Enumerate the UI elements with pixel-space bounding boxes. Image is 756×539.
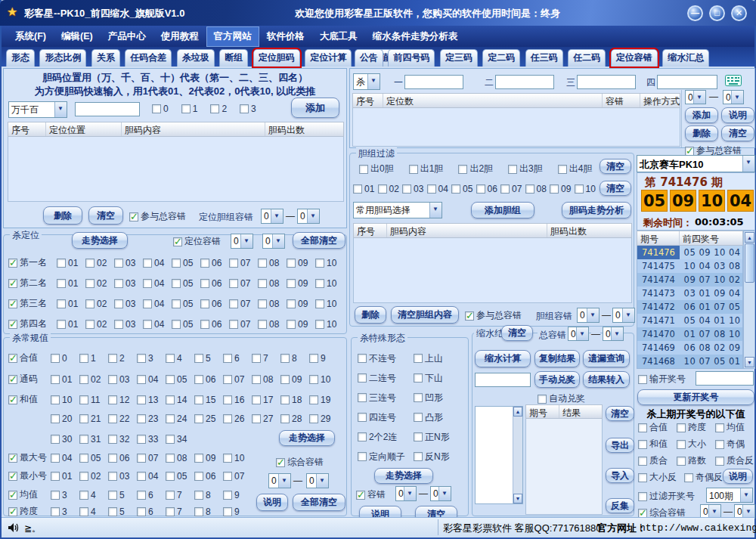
special-shape-checkbox[interactable]: 凹形 [414,392,443,404]
num-checkbox[interactable]: 7 [252,353,280,364]
out-dan-checkbox[interactable]: 出1胆 [409,163,444,175]
special-shape-checkbox[interactable]: 正N形 [414,431,450,444]
num-checkbox[interactable]: 09 [287,299,315,309]
num-checkbox[interactable]: 10 [315,299,344,309]
combined-tol-to-select[interactable]: 0 [306,473,329,488]
num-checkbox[interactable]: 01 [51,471,79,482]
pos4-input[interactable] [657,75,717,89]
hezhi-checkbox[interactable]: 合值 [8,352,51,364]
num-checkbox[interactable]: 08 [252,374,280,385]
num-checkbox[interactable]: 04 [137,374,166,385]
num-checkbox[interactable]: 05 [172,258,200,268]
tab-duanzu[interactable]: 断组 [219,49,248,67]
tab-dingsanma[interactable]: 定三码 [440,49,478,67]
num-checkbox[interactable]: 26 [223,414,252,424]
kill-prev-checkbox[interactable]: 跨度 [677,421,706,434]
num-checkbox[interactable]: 4 [166,353,194,364]
num-checkbox[interactable]: 18 [280,395,309,405]
num-checkbox[interactable]: 07 [137,453,166,463]
num-checkbox[interactable]: 7 [166,490,194,500]
shrink-count-input[interactable] [475,373,531,387]
num-checkbox[interactable]: 02 [79,471,108,482]
combined-tolerance-checkbox[interactable]: 综合容错 [276,456,324,469]
tab-renma-hecha[interactable]: 任码合差 [125,49,172,67]
menu-system[interactable]: 系统(F) [8,26,54,47]
num-checkbox[interactable]: 03 [114,319,143,330]
num-checkbox[interactable]: 0 [51,353,79,364]
position-select[interactable]: 万千百 [8,101,67,118]
kill-prev-checkbox[interactable]: 奇偶反 [684,471,723,484]
num-checkbox[interactable]: 03 [108,471,137,482]
num-checkbox[interactable]: 09 [287,319,315,330]
num-checkbox[interactable]: 10 [315,319,344,330]
speaker-icon[interactable] [8,522,20,536]
num-checkbox[interactable]: 20 [51,414,79,424]
quick-digit-checkbox[interactable]: 2 [210,104,227,114]
special-shape-checkbox[interactable]: 2个2连 [358,431,414,444]
num-checkbox[interactable]: 02 [85,299,114,309]
add-dan-group-button[interactable]: 添加胆组 [471,202,534,218]
num-checkbox[interactable]: 29 [309,414,338,424]
kill-special-trend-button[interactable]: 走势选择 [374,468,433,484]
menu-tutorial[interactable]: 使用教程 [153,26,206,47]
special-tol-to-select[interactable]: 0 [430,486,451,501]
num-checkbox[interactable]: 05 [172,278,200,289]
history-row[interactable]: 741476 05 09 10 04 [637,246,742,259]
result-clear-button[interactable]: 清空 [606,406,634,421]
num-checkbox[interactable]: 02 [79,374,108,385]
pos1-input[interactable] [404,75,463,89]
scroll-down-icon[interactable]: ▼ [513,494,522,503]
rank2-checkbox[interactable]: 第二名 [8,277,57,290]
num-checkbox[interactable]: 04 [137,471,166,482]
mean-checkbox[interactable]: 均值 [8,488,51,501]
filter-period-select[interactable]: 100期 [706,488,753,503]
num-checkbox[interactable]: 04 [143,278,172,289]
tab-xingtai-ratio[interactable]: 形态比例 [39,49,86,67]
auto-check-checkbox[interactable]: 自动兑奖 [538,392,585,405]
filter-clear1-button[interactable]: 清空 [600,159,631,174]
special-shape-checkbox[interactable]: 二连号 [358,372,414,385]
dan-trend-button[interactable]: 胆码走势分析 [562,202,631,218]
total-tol-to-select[interactable]: 0 [603,327,624,341]
tab-dingwei-rongcuo[interactable]: 定位容错 [611,49,658,67]
num-checkbox[interactable]: 07 [229,299,258,309]
num-checkbox[interactable]: 08 [258,258,287,268]
num-checkbox[interactable]: 2 [108,353,137,364]
num-checkbox[interactable]: 08 [525,184,550,194]
kill-prev-checkbox[interactable]: 合值 [638,421,668,434]
num-checkbox[interactable]: 03 [108,374,137,385]
quick-digit-checkbox[interactable]: 3 [240,104,256,114]
result-list-scrollbar[interactable]: ▲ ▼ [513,407,522,503]
history-row[interactable]: 741471 05 04 01 10 [637,314,742,327]
num-checkbox[interactable]: 07 [229,258,258,268]
close-button[interactable]: ✕ [731,5,747,21]
num-checkbox[interactable]: 05 [172,319,200,330]
kill-reg-trend-button[interactable]: 走势选择 [279,430,335,446]
max-num-checkbox[interactable]: 最大号 [8,451,51,464]
shrink-result-list[interactable]: ▲ ▼ [475,406,523,504]
tab-dingwei-jisuan[interactable]: 定位计算 [305,49,352,67]
num-checkbox[interactable]: 06 [200,278,229,289]
num-checkbox[interactable]: 07 [500,184,525,194]
num-checkbox[interactable]: 9 [309,353,338,364]
delete-dan-button[interactable]: 删除 [43,206,82,225]
num-checkbox[interactable]: 13 [137,395,166,405]
num-checkbox[interactable]: 04 [143,299,172,309]
num-checkbox[interactable]: 8 [194,490,223,500]
special-shape-checkbox[interactable]: 上山 [414,352,443,365]
out-dan-checkbox[interactable]: 出4胆 [558,163,593,175]
num-checkbox[interactable]: 3 [51,490,79,500]
history-row[interactable]: 741469 06 08 02 09 [637,341,742,355]
num-checkbox[interactable]: 8 [194,506,223,517]
kill-prev-checkbox[interactable]: 和值 [638,438,668,451]
kill-reg-clear-all-button[interactable]: 全部清空 [293,494,345,511]
num-checkbox[interactable]: 7 [166,506,194,517]
num-checkbox[interactable]: 3 [51,506,79,517]
scroll-up-icon[interactable]: ▲ [513,407,522,417]
tab-xingtai[interactable]: 形态 [6,49,35,67]
tr-tol-from-select[interactable]: 0 [685,90,706,104]
pos2-input[interactable] [495,75,554,89]
filter-clear2-button[interactable]: 清空 [600,181,631,196]
num-checkbox[interactable]: 07 [229,278,258,289]
tab-dingerma[interactable]: 定二码 [482,49,520,67]
